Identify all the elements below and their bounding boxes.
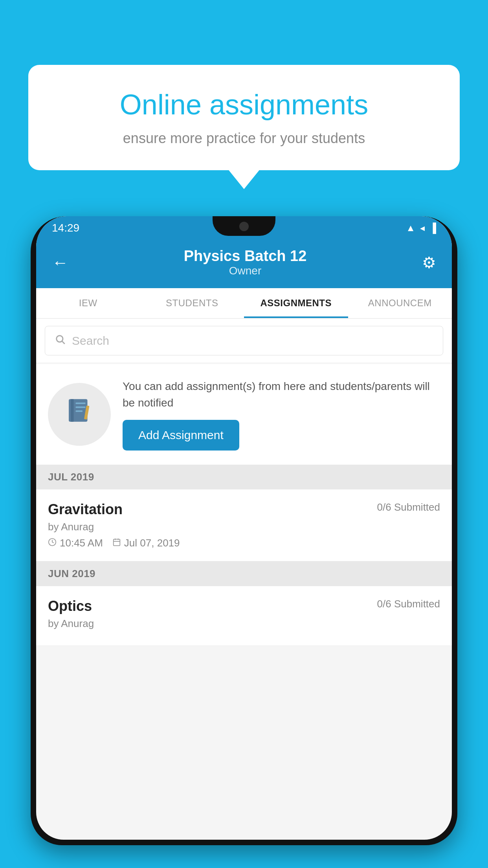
settings-button[interactable]: ⚙ (422, 254, 436, 272)
assignment-author: by Anurag (48, 521, 440, 533)
assignment-name-optics: Optics (48, 598, 92, 614)
assignment-date: Jul 07, 2019 (112, 537, 180, 549)
assignment-item-gravitation[interactable]: Gravitation 0/6 Submitted by Anurag 10:4… (36, 489, 452, 561)
time-text: 10:45 AM (60, 537, 103, 549)
signal-icon: ◂ (420, 223, 425, 234)
phone-container: 14:29 ▲ ◂ ▐ ← Physics Batch 12 Owner ⚙ I… (31, 216, 457, 868)
info-text: You can add assignment(s) from here and … (123, 378, 440, 411)
info-section: You can add assignment(s) from here and … (36, 364, 452, 465)
search-placeholder: Search (72, 334, 109, 348)
section-header-jul: JUL 2019 (36, 465, 452, 489)
header-title: Physics Batch 12 (184, 248, 307, 265)
svg-rect-5 (75, 406, 85, 408)
svg-point-0 (57, 336, 63, 342)
add-assignment-button[interactable]: Add Assignment (123, 420, 239, 451)
date-text: Jul 07, 2019 (124, 537, 180, 549)
svg-rect-9 (114, 539, 120, 546)
tab-assignments[interactable]: ASSIGNMENTS (244, 288, 348, 318)
assignment-icon-circle (48, 383, 111, 446)
speech-bubble-subtitle: ensure more practice for your students (56, 130, 432, 147)
svg-rect-3 (71, 399, 74, 422)
svg-rect-4 (75, 403, 85, 404)
app-header: ← Physics Batch 12 Owner ⚙ (36, 240, 452, 288)
assignment-name: Gravitation (48, 501, 123, 518)
wifi-icon: ▲ (406, 223, 415, 234)
svg-line-1 (62, 341, 64, 344)
phone-screen: 14:29 ▲ ◂ ▐ ← Physics Batch 12 Owner ⚙ I… (36, 216, 452, 840)
notebook-icon (65, 397, 94, 432)
tab-announcements[interactable]: ANNOUNCEM (348, 288, 452, 318)
assignment-author-optics: by Anurag (48, 618, 440, 630)
header-title-group: Physics Batch 12 Owner (184, 248, 307, 277)
assignment-time: 10:45 AM (48, 537, 103, 549)
section-header-jun: JUN 2019 (36, 561, 452, 586)
assignment-submitted: 0/6 Submitted (377, 501, 440, 513)
camera-icon (239, 222, 249, 231)
calendar-icon (112, 538, 121, 549)
back-button[interactable]: ← (52, 253, 68, 272)
status-icons: ▲ ◂ ▐ (406, 223, 436, 234)
tabs-bar: IEW STUDENTS ASSIGNMENTS ANNOUNCEM (36, 288, 452, 319)
search-icon (55, 333, 66, 348)
search-container: Search (36, 319, 452, 362)
search-bar[interactable]: Search (45, 326, 443, 355)
clock-icon (48, 538, 57, 549)
speech-bubble-card: Online assignments ensure more practice … (28, 65, 460, 170)
info-content: You can add assignment(s) from here and … (123, 378, 440, 451)
assignment-row1-optics: Optics 0/6 Submitted (48, 598, 440, 614)
battery-icon: ▐ (429, 223, 436, 234)
assignment-item-optics[interactable]: Optics 0/6 Submitted by Anurag (36, 586, 452, 646)
assignment-row1: Gravitation 0/6 Submitted (48, 501, 440, 518)
status-time: 14:29 (52, 222, 79, 234)
assignment-meta: 10:45 AM Jul 07, 2019 (48, 537, 440, 549)
tab-students[interactable]: STUDENTS (140, 288, 244, 318)
svg-rect-6 (75, 410, 83, 412)
speech-bubble-title: Online assignments (56, 88, 432, 121)
phone-notch (213, 216, 275, 236)
phone-frame: 14:29 ▲ ◂ ▐ ← Physics Batch 12 Owner ⚙ I… (31, 216, 457, 845)
tab-iew[interactable]: IEW (36, 288, 140, 318)
assignment-submitted-optics: 0/6 Submitted (377, 598, 440, 610)
header-subtitle: Owner (184, 265, 307, 277)
